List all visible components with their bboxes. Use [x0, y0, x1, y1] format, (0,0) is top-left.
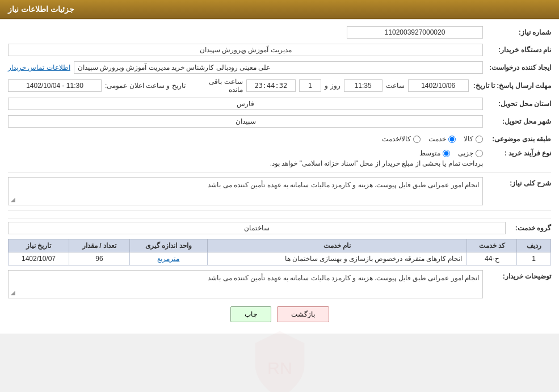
announce-date-value: 1402/10/04 - 11:30 — [26, 82, 83, 90]
purchase-type-radio-jozi[interactable]: جزیی — [458, 149, 483, 157]
category-radio-khedmat-label: خدمت — [428, 135, 446, 143]
hour-label: ساعت — [386, 82, 405, 90]
purchase-type-radio-jozi-input[interactable] — [476, 150, 483, 157]
divider-2 — [8, 210, 551, 210]
buyer-org-value-cell: مدیریت آموزش وپرورش سپیدان — [8, 44, 483, 56]
delivery-province-value-cell: فارس — [8, 98, 483, 110]
deadline-value-cell: 1402/10/06 ساعت 11:35 روز و 1 23:44:32 س… — [8, 78, 469, 94]
col-header-name: نام خدمت — [207, 239, 467, 252]
buyer-notes-row: توضیحات خریدار: انجام امور عمرانی طبق فا… — [8, 270, 551, 298]
page-wrapper: جزئیات اطلاعات نیاز شماره نیاز: 11020039… — [0, 0, 559, 334]
general-desc-label: شرح کلی نیاز: — [483, 177, 551, 187]
purchase-type-radio-motavasset-label: متوسط — [419, 149, 440, 157]
buyer-notes-container: انجام امور عمرانی طبق فایل پیوست. هزینه … — [8, 270, 483, 298]
category-radio-group: کالا خدمت کالا/خدمت — [8, 135, 483, 143]
announce-date-label-text: تاریخ و ساعت اعلان عمومی: — [105, 82, 186, 90]
deadline-time-value: 11:35 — [355, 82, 372, 90]
day-label: روز و — [325, 82, 340, 90]
remaining-label: ساعت باقی مانده — [195, 78, 243, 94]
services-table-head: ردیف کد خدمت نام خدمت واحد اندازه گیری ت… — [9, 239, 551, 252]
delivery-city-row: شهر محل تحویل: سپیدان — [8, 114, 551, 129]
delivery-city-value: سپیدان — [236, 117, 256, 125]
requester-contact-link[interactable]: اطلاعات تماس خریدار — [8, 64, 70, 71]
col-header-date: تاریخ نیاز — [9, 239, 69, 252]
general-desc-box: انجام امور عمرانی طبق فایل پیوست. هزینه … — [8, 177, 483, 205]
cell-qty-1: 96 — [69, 252, 130, 265]
buyer-org-value: مدیریت آموزش وپرورش سپیدان — [200, 46, 292, 54]
delivery-province-row: استان محل تحویل: فارس — [8, 96, 551, 111]
button-group: بازگشت چاپ — [8, 306, 551, 322]
purchase-type-label: نوع فرآیند خرید : — [483, 149, 551, 157]
category-radio-khedmat[interactable]: خدمت — [428, 135, 456, 143]
buyer-notes-box: انجام امور عمرانی طبق فایل پیوست. هزینه … — [8, 270, 483, 298]
requester-row: ایجاد کننده درخواست: علی معینی رودبالی ک… — [8, 60, 551, 75]
cell-code-1: ح-44 — [467, 252, 517, 265]
watermark-shield: RN — [243, 328, 317, 334]
purchase-type-radio-motavasset[interactable]: متوسط — [419, 149, 450, 157]
general-desc-container: انجام امور عمرانی طبق فایل پیوست. هزینه … — [8, 177, 483, 205]
countdown-value: 23:44:32 — [254, 82, 287, 90]
deadline-date-value: 1402/10/06 — [421, 82, 455, 90]
category-radio-khedmat-input[interactable] — [448, 136, 456, 143]
cell-row-1: 1 — [517, 252, 551, 265]
purchase-type-radio-group: جزیی متوسط — [419, 149, 483, 157]
service-group-row: گروه خدمت: ساختمان — [8, 222, 551, 234]
cell-name-1: انجام کارهای متفرقه درخصوص بازسازی و بهس… — [207, 252, 467, 265]
cell-date-1: 1402/10/07 — [9, 252, 69, 265]
delivery-city-value-cell: سپیدان — [8, 115, 483, 128]
service-group-value-box: ساختمان — [8, 222, 506, 234]
page-header: جزئیات اطلاعات نیاز — [0, 0, 559, 19]
content-area: شماره نیاز: 1102003927000020 نام دستگاه … — [0, 19, 559, 334]
buyer-notes-label: توضیحات خریدار: — [483, 270, 551, 280]
deadline-label: مهلت ارسال پاسخ: تا تاریخ: — [469, 82, 551, 90]
category-label: طبقه بندی موضوعی: — [483, 135, 551, 143]
service-group-value: ساختمان — [244, 224, 270, 232]
need-number-label: شماره نیاز: — [483, 28, 551, 36]
delivery-province-label: استان محل تحویل: — [483, 100, 551, 108]
buyer-org-label: نام دستگاه خریدار: — [483, 46, 551, 54]
table-row: 1 ح-44 انجام کارهای متفرقه درخصوص بازساز… — [9, 252, 551, 265]
services-section-title — [8, 216, 551, 218]
print-button[interactable]: چاپ — [230, 306, 271, 322]
page-title: جزئیات اطلاعات نیاز — [8, 5, 74, 14]
col-header-qty: تعداد / مقدار — [69, 239, 130, 252]
need-number-row: شماره نیاز: 1102003927000020 — [8, 25, 551, 40]
requester-label: ایجاد کننده درخواست: — [483, 64, 551, 71]
category-radio-kala-khedmat[interactable]: کالا/خدمت — [382, 135, 421, 143]
divider-1 — [8, 172, 551, 172]
category-radio-kala[interactable]: کالا — [464, 135, 483, 143]
category-radio-kala-input[interactable] — [476, 136, 483, 143]
services-table: ردیف کد خدمت نام خدمت واحد اندازه گیری ت… — [8, 239, 551, 265]
delivery-city-label: شهر محل تحویل: — [483, 117, 551, 125]
category-row: طبقه بندی موضوعی: کالا خدمت کالا/خدمت — [8, 132, 551, 146]
need-number-value: 1102003927000020 — [385, 28, 445, 36]
cell-unit-1[interactable]: مترمربع — [129, 252, 207, 265]
buyer-org-row: نام دستگاه خریدار: مدیریت آموزش وپرورش س… — [8, 43, 551, 57]
buyer-notes-text: انجام امور عمرانی طبق فایل پیوست. هزینه … — [208, 274, 479, 282]
buyer-notes-resize-icon: ◢ — [11, 289, 15, 296]
deadline-row: مهلت ارسال پاسخ: تا تاریخ: 1402/10/06 سا… — [8, 78, 551, 94]
purchase-type-radio-jozi-label: جزیی — [458, 149, 473, 157]
category-radio-kala-khedmat-label: کالا/خدمت — [382, 135, 411, 143]
purchase-type-row: نوع فرآیند خرید : جزیی متوسط پرداخت تمام… — [8, 149, 551, 167]
requester-value-cell: علی معینی رودبالی کارشناس خرید مدیریت آم… — [8, 61, 483, 74]
purchase-type-radio-motavasset-input[interactable] — [443, 150, 450, 157]
services-table-body: 1 ح-44 انجام کارهای متفرقه درخصوص بازساز… — [9, 252, 551, 265]
col-header-code: کد خدمت — [467, 239, 517, 252]
requester-value: علی معینی رودبالی کارشناس خرید مدیریت آم… — [78, 64, 271, 71]
col-header-row: ردیف — [517, 239, 551, 252]
services-table-header-row: ردیف کد خدمت نام خدمت واحد اندازه گیری ت… — [9, 239, 551, 252]
category-radio-kala-label: کالا — [464, 135, 473, 143]
need-number-value-cell: 1102003927000020 — [8, 26, 483, 39]
deadline-days-value: 1 — [308, 82, 312, 90]
purchase-type-notice: پرداخت تمام یا بخشی از مبلغ خریدار از مح… — [270, 159, 483, 167]
back-button[interactable]: بازگشت — [277, 306, 329, 322]
general-desc-row: شرح کلی نیاز: انجام امور عمرانی طبق فایل… — [8, 177, 551, 205]
col-header-unit: واحد اندازه گیری — [129, 239, 207, 252]
service-group-label: گروه خدمت: — [506, 224, 551, 232]
general-desc-text: انجام امور عمرانی طبق فایل پیوست. هزینه … — [208, 181, 479, 189]
category-radio-kala-khedmat-input[interactable] — [413, 136, 421, 143]
delivery-province-value: فارس — [237, 100, 254, 108]
purchase-type-value-cell: جزیی متوسط پرداخت تمام یا بخشی از مبلغ خ… — [8, 149, 483, 167]
desc-resize-icon: ◢ — [11, 196, 15, 203]
